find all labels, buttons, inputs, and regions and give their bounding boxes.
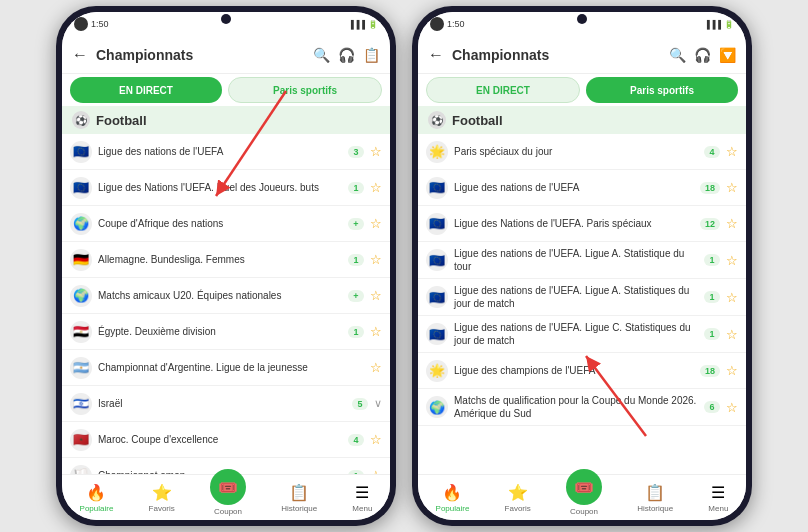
item-badge: 12 xyxy=(700,218,720,230)
item-badge: 1 xyxy=(704,328,720,340)
item-badge: 1 xyxy=(704,291,720,303)
item-flag: 🌍 xyxy=(70,213,92,235)
list-item[interactable]: 🇪🇺Ligue des Nations l'UEFA. Duel des Jou… xyxy=(62,170,390,206)
bottom-nav-icon-4: ☰ xyxy=(355,483,369,502)
bottom-nav-coupon[interactable]: 🎟️Coupon xyxy=(566,479,602,516)
item-star-icon[interactable]: ☆ xyxy=(726,363,738,378)
item-flag: 🇦🇷 xyxy=(70,357,92,379)
nav-icon-0[interactable]: 🔍 xyxy=(669,47,686,63)
coupon-button[interactable]: 🎟️ xyxy=(566,469,602,505)
item-star-icon[interactable]: ☆ xyxy=(370,360,382,375)
list-item[interactable]: 🇮🇱Israël5∨ xyxy=(62,386,390,422)
list-content: 🌟Paris spéciaux du jour4☆🇪🇺Ligue des nat… xyxy=(418,134,746,474)
nav-icon-2[interactable]: 📋 xyxy=(363,47,380,63)
item-flag: 🇪🇺 xyxy=(70,177,92,199)
bottom-nav-favoris[interactable]: ⭐Favoris xyxy=(505,483,531,513)
bottom-nav-label-0: Populaire xyxy=(80,504,114,513)
item-star-icon[interactable]: ☆ xyxy=(370,252,382,267)
nav-icon-2[interactable]: 🔽 xyxy=(719,47,736,63)
back-button[interactable]: ← xyxy=(72,46,88,64)
nav-title: Championnats xyxy=(96,47,305,63)
item-text: Israël xyxy=(98,397,346,410)
item-star-icon[interactable]: ☆ xyxy=(370,324,382,339)
item-badge: 4 xyxy=(704,146,720,158)
item-star-icon[interactable]: ☆ xyxy=(726,400,738,415)
bottom-nav-populaire[interactable]: 🔥Populaire xyxy=(80,483,114,513)
bottom-nav-label-1: Favoris xyxy=(149,504,175,513)
camera-dot xyxy=(430,17,444,31)
item-badge: 18 xyxy=(700,365,720,377)
item-star-icon[interactable]: ☆ xyxy=(726,290,738,305)
list-item[interactable]: 🇩🇪Allemagne. Bundesliga. Femmes1☆ xyxy=(62,242,390,278)
item-text: Ligue des Nations de l'UEFA. Paris spéci… xyxy=(454,217,694,230)
item-flag: 🌟 xyxy=(426,141,448,163)
list-item[interactable]: 🌟Ligue des champions de l'UEFA18☆ xyxy=(418,353,746,389)
bottom-nav-label-2: Coupon xyxy=(570,507,598,516)
bottom-nav-historique[interactable]: 📋Historique xyxy=(637,483,673,513)
item-star-icon[interactable]: ☆ xyxy=(370,216,382,231)
back-button[interactable]: ← xyxy=(428,46,444,64)
tab-0[interactable]: EN DIRECT xyxy=(70,77,222,103)
nav-icon-1[interactable]: 🎧 xyxy=(694,47,711,63)
phone-left: 1:50 ▐▐▐ 🔋 ← Championnats 🔍🎧📋 EN DIRECTP… xyxy=(56,6,396,526)
bottom-nav-label-4: Menu xyxy=(352,504,372,513)
bottom-nav: 🔥Populaire⭐Favoris🎟️Coupon📋Historique☰Me… xyxy=(62,474,390,520)
section-header: ⚽ Football xyxy=(62,106,390,134)
bottom-nav-historique[interactable]: 📋Historique xyxy=(281,483,317,513)
list-item[interactable]: 🇪🇬Égypte. Deuxième division1☆ xyxy=(62,314,390,350)
item-flag: 🇮🇱 xyxy=(70,393,92,415)
item-star-icon[interactable]: ☆ xyxy=(370,288,382,303)
list-content: 🇪🇺Ligue des nations de l'UEFA3☆🇪🇺Ligue d… xyxy=(62,134,390,474)
bottom-nav-label-2: Coupon xyxy=(214,507,242,516)
bottom-nav-favoris[interactable]: ⭐Favoris xyxy=(149,483,175,513)
list-item[interactable]: 🇲🇦Maroc. Coupe d'excellence4☆ xyxy=(62,422,390,458)
tab-0[interactable]: EN DIRECT xyxy=(426,77,580,103)
item-badge: 3 xyxy=(348,146,364,158)
item-star-icon[interactable]: ☆ xyxy=(726,180,738,195)
tab-1[interactable]: Paris sportifs xyxy=(228,77,382,103)
bottom-nav-label-3: Historique xyxy=(281,504,317,513)
nav-icons: 🔍🎧📋 xyxy=(313,47,380,63)
camera-dot xyxy=(74,17,88,31)
list-item[interactable]: 🇪🇺Ligue des nations de l'UEFA18☆ xyxy=(418,170,746,206)
item-text: Allemagne. Bundesliga. Femmes xyxy=(98,253,342,266)
item-text: Ligue des nations de l'UEFA. Ligue C. St… xyxy=(454,321,698,347)
list-item[interactable]: 🇪🇺Ligue des nations de l'UEFA. Ligue A. … xyxy=(418,279,746,316)
bottom-nav-menu[interactable]: ☰Menu xyxy=(708,483,728,513)
nav-icons: 🔍🎧🔽 xyxy=(669,47,736,63)
item-star-icon[interactable]: ☆ xyxy=(370,432,382,447)
list-item[interactable]: 🌍Matchs amicaux U20. Équipes nationales+… xyxy=(62,278,390,314)
item-badge: + xyxy=(348,290,364,302)
list-item[interactable]: 🇪🇺Ligue des Nations de l'UEFA. Paris spé… xyxy=(418,206,746,242)
item-star-icon[interactable]: ☆ xyxy=(726,144,738,159)
list-item[interactable]: 🌍Matchs de qualification pour la Coupe d… xyxy=(418,389,746,426)
list-item[interactable]: 🇪🇺Ligue des nations de l'UEFA3☆ xyxy=(62,134,390,170)
nav-icon-1[interactable]: 🎧 xyxy=(338,47,355,63)
list-item[interactable]: 🇪🇺Ligue des nations de l'UEFA. Ligue A. … xyxy=(418,242,746,279)
item-star-icon[interactable]: ☆ xyxy=(726,327,738,342)
item-flag: 🇪🇺 xyxy=(426,323,448,345)
item-badge: 4 xyxy=(348,434,364,446)
item-star-icon[interactable]: ☆ xyxy=(726,216,738,231)
coupon-button[interactable]: 🎟️ xyxy=(210,469,246,505)
tab-1[interactable]: Paris sportifs xyxy=(586,77,738,103)
list-item[interactable]: 🇦🇷Championnat d'Argentine. Ligue de la j… xyxy=(62,350,390,386)
item-star-icon[interactable]: ☆ xyxy=(370,144,382,159)
list-item[interactable]: 🇪🇺Ligue des nations de l'UEFA. Ligue C. … xyxy=(418,316,746,353)
bottom-nav-icon-3: 📋 xyxy=(289,483,309,502)
item-star-icon[interactable]: ☆ xyxy=(726,253,738,268)
list-item[interactable]: 🌟Paris spéciaux du jour4☆ xyxy=(418,134,746,170)
item-flag: 🇩🇪 xyxy=(70,249,92,271)
bottom-nav-menu[interactable]: ☰Menu xyxy=(352,483,372,513)
top-nav: ← Championnats 🔍🎧📋 xyxy=(62,36,390,74)
bottom-nav-populaire[interactable]: 🔥Populaire xyxy=(436,483,470,513)
list-item[interactable]: 🌍Coupe d'Afrique des nations+☆ xyxy=(62,206,390,242)
item-text: Égypte. Deuxième division xyxy=(98,325,342,338)
item-badge: 1 xyxy=(348,182,364,194)
item-star-icon[interactable]: ☆ xyxy=(370,180,382,195)
bottom-nav-coupon[interactable]: 🎟️Coupon xyxy=(210,479,246,516)
nav-icon-0[interactable]: 🔍 xyxy=(313,47,330,63)
item-flag: 🇪🇺 xyxy=(426,213,448,235)
top-nav: ← Championnats 🔍🎧🔽 xyxy=(418,36,746,74)
item-badge: 1 xyxy=(348,254,364,266)
